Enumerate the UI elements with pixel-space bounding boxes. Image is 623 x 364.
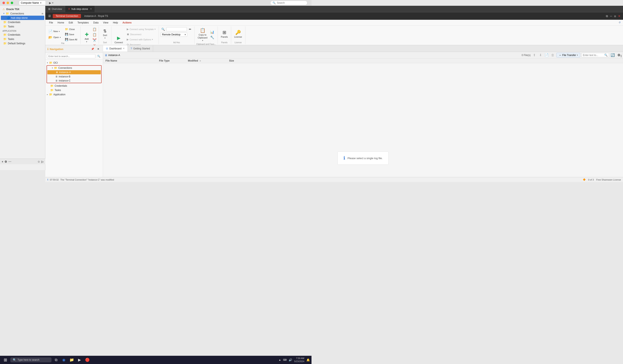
tree-connections[interactable]: ▾ 📁 Connections <box>47 66 101 70</box>
terminal-badge: Terminal Connection <box>53 14 81 18</box>
tree-instance-c[interactable]: 🖥 instance-C <box>47 79 101 83</box>
adhoc-search-icon[interactable]: 🔍 <box>160 27 165 32</box>
menu-edit[interactable]: Edit <box>67 20 75 25</box>
instance-a-label: instance-A <box>59 71 71 74</box>
tree-instance-b[interactable]: 🖥 instance-B <box>47 75 101 79</box>
nav-search: 🔍 <box>45 53 103 60</box>
clipboard-stacked: 📊 🔧 <box>210 30 215 40</box>
tree-application[interactable]: ▸ 📁 Application <box>45 92 103 97</box>
sidebar-add-icon[interactable]: + <box>2 160 3 163</box>
sidebar-hub-step-stone[interactable]: 🔵 hub-step-stone <box>1 16 44 20</box>
connections-tree-icon: 📁 <box>54 66 57 69</box>
menu-help[interactable]: Help <box>111 20 120 25</box>
ribbon-license-button[interactable]: 🔑 License <box>233 29 244 39</box>
ribbon-sort-button[interactable]: ⇅ Sort ▾ <box>101 28 110 40</box>
status-timestamp: 07:59:32 <box>50 178 59 181</box>
connections-collapse-arrow[interactable]: ▾ <box>52 67 53 69</box>
tab-hub-close[interactable]: ✕ <box>90 8 92 10</box>
sidebar-tasks[interactable]: 📁 Tasks <box>0 24 45 29</box>
sidebar-eject-icon[interactable]: ⏏ <box>42 12 44 15</box>
sidebar-star-icon[interactable]: ☆ <box>38 160 40 163</box>
oci-label: OCI <box>53 61 58 64</box>
ribbon-connect-options-button[interactable]: ▶ Connect with Options ▾ <box>125 37 157 42</box>
new-dropdown[interactable]: ▾ <box>59 30 60 33</box>
copy-clipboard-dropdown[interactable]: ▾ <box>202 39 203 42</box>
ribbon-panels-button[interactable]: ⊞ Panels <box>220 29 229 39</box>
connect-template-dropdown[interactable]: ▾ <box>155 28 156 30</box>
mac-maximize-button[interactable] <box>11 2 13 4</box>
ribbon-connect-template-button[interactable]: ▶ Connect using Template ▾ <box>125 27 157 31</box>
ribbon-add-button[interactable]: ✚ Add ▾ <box>82 31 91 44</box>
close-label: Close <box>69 28 75 30</box>
add-dropdown[interactable]: ▾ <box>86 41 87 43</box>
menu-actions[interactable]: Actions <box>121 20 134 25</box>
ribbon-close-button[interactable]: 📁 Close <box>64 27 79 31</box>
ribbon-copy-clipboard-button[interactable]: 📋 Copy to Clipboard ▾ <box>196 27 209 43</box>
sort-dropdown[interactable]: ▾ <box>104 37 106 39</box>
remote-desktop-dropdown[interactable]: Remote Desktop ▾ <box>160 33 187 37</box>
tree-credentials[interactable]: 📁 Credentials <box>45 84 103 88</box>
menu-file[interactable]: File <box>47 20 55 25</box>
connections-folder-icon: 📁 <box>6 12 9 15</box>
ribbon-license-group: 🔑 License License <box>231 26 245 44</box>
nav-close-button[interactable]: ✕ <box>96 46 101 51</box>
ribbon-disconnect-button[interactable]: ⏹ Disconnect <box>125 32 157 37</box>
sidebar-overflow-icon[interactable]: ⋯ <box>8 160 11 163</box>
menu-home[interactable]: Home <box>55 20 66 25</box>
ribbon-save-button[interactable]: 💾 Save <box>64 32 79 37</box>
clipboard-paste-icon[interactable]: 📊 <box>210 30 215 35</box>
mac-minimize-button[interactable] <box>7 2 9 4</box>
sidebar-app-tasks[interactable]: 📁 Tasks <box>0 37 45 41</box>
app-tab-bar: ⊞ Overview ✕ hub-step-stone ✕ <box>45 6 312 12</box>
tab-hub-step-stone[interactable]: ✕ hub-step-stone ✕ <box>65 6 95 12</box>
oci-icon: 📁 <box>49 61 52 64</box>
tree-oci[interactable]: ▾ 📁 OCI <box>45 61 103 65</box>
tab-overview[interactable]: ⊞ Overview <box>45 6 65 12</box>
dashboard-tab-close[interactable]: ✕ <box>123 47 125 50</box>
computer-name-dropdown[interactable]: Computer Name ▾ <box>19 0 46 5</box>
sidebar-oracle-tsx[interactable]: ⚠ Oracle TSX <box>0 7 45 11</box>
ribbon-open-button[interactable]: 📂 Open ▾ <box>47 35 62 40</box>
add-icon: ✚ <box>85 32 89 37</box>
ribbon-actions-group: ▶ Connect ▶ Connect using Template ▾ ⏹ D… <box>111 26 159 44</box>
sidebar-settings-icon[interactable]: ⚙ <box>4 160 7 163</box>
global-search[interactable]: 🔍 <box>270 0 307 5</box>
open-dropdown[interactable]: ▾ <box>60 36 61 39</box>
ribbon-new-button[interactable]: 📄 New ▾ <box>47 29 62 34</box>
menu-templates[interactable]: Templates <box>75 20 91 25</box>
sidebar-credentials[interactable]: 📁 Credentials <box>0 20 45 24</box>
search-input[interactable] <box>277 1 302 4</box>
clipboard-settings-icon[interactable]: 🔧 <box>210 35 215 40</box>
sidebar-connections[interactable]: ▾ 📁 Connections ⏏ <box>0 11 45 16</box>
panel-tab-dashboard[interactable]: ⊙ Dashboard ✕ <box>103 45 128 52</box>
copy-clipboard-label2: Clipboard <box>198 36 207 39</box>
play-button[interactable]: ▶ ▾ <box>47 0 55 5</box>
tree-tasks[interactable]: 📁 Tasks <box>45 88 103 92</box>
nav-pin-button[interactable]: 📌 <box>90 46 95 51</box>
mac-close-button[interactable] <box>2 2 5 4</box>
tree-instance-a[interactable]: 🖥 instance-A <box>47 70 101 74</box>
sidebar-app-credentials[interactable]: 📁 Credentials <box>0 33 45 37</box>
app-expand-arrow[interactable]: ▸ <box>47 93 48 96</box>
nav-search-icon[interactable]: 🔍 <box>96 54 101 59</box>
clipboard-group-label: Clipboard and Favo... <box>196 43 216 45</box>
menu-data[interactable]: Data <box>91 20 101 25</box>
modified-sort-icon[interactable]: ≡ <box>200 60 201 62</box>
connect-options-dropdown[interactable]: ▾ <box>152 38 153 41</box>
ribbon-save-all-button[interactable]: 💾 Save All <box>64 37 79 42</box>
adhoc-search-input-box[interactable] <box>166 27 187 31</box>
tab-hub-label: hub-step-stone <box>71 8 88 10</box>
ribbon-cut-button[interactable]: ✂️ <box>92 38 97 43</box>
sidebar-play-icon[interactable]: ▷ <box>42 160 44 163</box>
oci-collapse-arrow[interactable]: ▾ <box>47 62 48 64</box>
instance-c-icon: 🖥 <box>55 79 58 82</box>
ribbon-connect-button[interactable]: ▶ Connect <box>113 34 124 45</box>
adhoc-edit-icon[interactable]: ✏ <box>188 27 193 32</box>
menu-view[interactable]: View <box>101 20 111 25</box>
sidebar-default-settings[interactable]: 📁 Default Settings <box>0 41 45 45</box>
ribbon-paste-button[interactable]: 📋 <box>92 32 97 37</box>
ribbon-toolbar: 📄 New ▾ 📂 Open ▾ 📁 Close <box>45 25 312 45</box>
nav-search-input[interactable] <box>47 54 95 58</box>
panel-tab-getting-started[interactable]: ? Getting Started <box>128 45 153 52</box>
ribbon-copy-button[interactable]: 📋 <box>92 27 97 32</box>
